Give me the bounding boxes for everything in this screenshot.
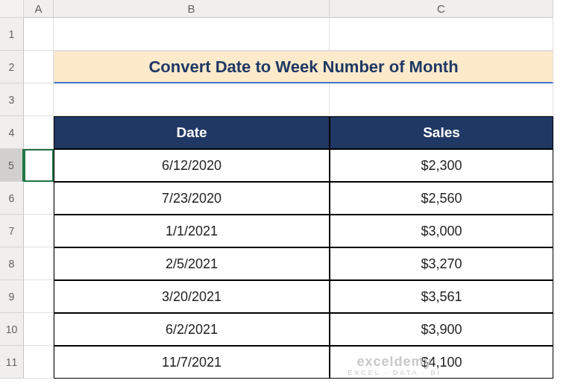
cell-sales-3[interactable]: $3,270	[330, 247, 553, 280]
cell-c1[interactable]	[330, 18, 553, 51]
cell-a1[interactable]	[24, 18, 54, 51]
cell-a9[interactable]	[24, 280, 54, 313]
cell-a11[interactable]	[24, 346, 54, 379]
cell-a5[interactable]	[24, 149, 54, 182]
cell-date-5[interactable]: 6/2/2021	[54, 313, 330, 346]
row-header-7[interactable]: 7	[0, 215, 24, 247]
row-header-5[interactable]: 5	[0, 149, 24, 182]
cell-date-1[interactable]: 7/23/2020	[54, 182, 330, 215]
cell-sales-2[interactable]: $3,000	[330, 215, 553, 247]
select-all-corner[interactable]	[0, 0, 24, 18]
cell-a10[interactable]	[24, 313, 54, 346]
row-header-9[interactable]: 9	[0, 280, 24, 313]
cell-c3[interactable]	[330, 83, 553, 116]
cell-date-6[interactable]: 11/7/2021	[54, 346, 330, 379]
cell-sales-6[interactable]: $4,100	[330, 346, 553, 379]
cell-date-4[interactable]: 3/20/2021	[54, 280, 330, 313]
row-header-8[interactable]: 8	[0, 247, 24, 280]
row-header-4[interactable]: 4	[0, 116, 24, 149]
table-header-sales[interactable]: Sales	[330, 116, 553, 149]
cell-b1[interactable]	[54, 18, 330, 51]
cell-date-0[interactable]: 6/12/2020	[54, 149, 330, 182]
cell-a4[interactable]	[24, 116, 54, 149]
cell-a8[interactable]	[24, 247, 54, 280]
cell-sales-1[interactable]: $2,560	[330, 182, 553, 215]
cell-date-2[interactable]: 1/1/2021	[54, 215, 330, 247]
spreadsheet-grid: A B C 1 2 Convert Date to Week Number of…	[0, 0, 572, 379]
cell-sales-5[interactable]: $3,900	[330, 313, 553, 346]
cell-a3[interactable]	[24, 83, 54, 116]
cell-a2[interactable]	[24, 51, 54, 83]
title-cell[interactable]: Convert Date to Week Number of Month	[54, 51, 553, 83]
row-header-11[interactable]: 11	[0, 346, 24, 379]
cell-a7[interactable]	[24, 215, 54, 247]
col-header-a[interactable]: A	[24, 0, 54, 18]
cell-date-3[interactable]: 2/5/2021	[54, 247, 330, 280]
row-header-10[interactable]: 10	[0, 313, 24, 346]
cell-a6[interactable]	[24, 182, 54, 215]
row-header-1[interactable]: 1	[0, 18, 24, 51]
col-header-b[interactable]: B	[54, 0, 330, 18]
cell-sales-0[interactable]: $2,300	[330, 149, 553, 182]
cell-sales-4[interactable]: $3,561	[330, 280, 553, 313]
row-header-3[interactable]: 3	[0, 83, 24, 116]
cell-b3[interactable]	[54, 83, 330, 116]
col-header-c[interactable]: C	[330, 0, 553, 18]
table-header-date[interactable]: Date	[54, 116, 330, 149]
row-header-2[interactable]: 2	[0, 51, 24, 83]
row-header-6[interactable]: 6	[0, 182, 24, 215]
